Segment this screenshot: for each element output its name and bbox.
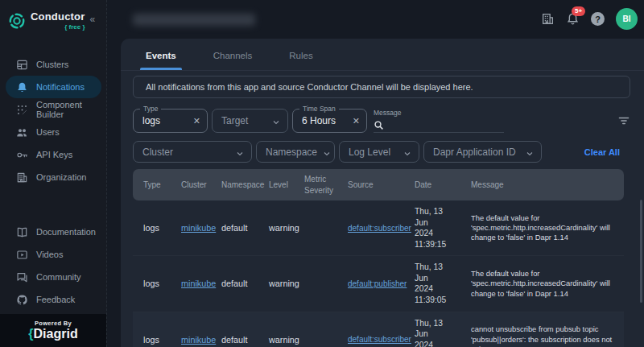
column-header-date: Date [404, 169, 460, 200]
book-icon [16, 226, 28, 238]
tab-channels[interactable]: Channels [208, 51, 258, 70]
cluster-link[interactable]: minikube [181, 335, 216, 345]
cluster-link[interactable]: minikube [181, 279, 216, 288]
cell-source: default:subscriber [337, 312, 404, 347]
type-filter-value: logs [142, 115, 188, 126]
scrollbar[interactable] [640, 200, 642, 303]
cell-namespace: default [211, 200, 258, 256]
cluster-select[interactable]: Cluster [133, 141, 252, 163]
sidebar-item-component-builder[interactable]: Component Builder [0, 98, 107, 121]
notifications-bell-button[interactable]: 5+ [566, 12, 580, 26]
cell-cluster: minikube [171, 312, 211, 347]
namespace-select[interactable]: Namespace [256, 141, 335, 163]
time-span-clear-icon[interactable]: ✕ [353, 116, 360, 126]
table-header-row: TypeClusterNamespaceLevelMetric Severity… [133, 169, 624, 200]
sidebar-item-label: Notifications [36, 82, 85, 92]
sidebar-item-organization[interactable]: Organization [0, 166, 107, 188]
table-row: logsminikubedefaultwarningdefault:publis… [133, 256, 624, 312]
column-header-type: Type [133, 169, 171, 200]
sidebar-item-label: Community [36, 272, 81, 282]
time-span-filter[interactable]: Time Span 6 Hours ✕ [292, 109, 367, 133]
video-icon [16, 249, 28, 261]
table-row: logsminikubedefaultwarningdefault:subscr… [133, 200, 624, 256]
sidebar-item-clusters[interactable]: Clusters [0, 53, 107, 76]
cluster-link[interactable]: minikube [181, 223, 216, 233]
sidebar-item-api-keys[interactable]: API Keys [0, 143, 107, 166]
cell-message: The default value for 'spec.metric.http.… [460, 256, 624, 312]
key-icon [16, 149, 28, 161]
cell-metric-severity [294, 312, 337, 347]
source-link[interactable]: default:subscriber [348, 224, 411, 233]
organization-icon[interactable] [541, 12, 555, 26]
cell-level: warning [258, 312, 294, 347]
component-builder-icon [16, 104, 28, 116]
type-clear-icon[interactable]: ✕ [193, 116, 200, 126]
clear-all-button[interactable]: Clear All [584, 147, 620, 157]
cell-source: default:publisher [337, 256, 404, 312]
sidebar-item-label: Documentation [36, 227, 96, 237]
cell-date: Thu, 13 Jun 2024 10:27:40 [404, 312, 460, 347]
target-filter[interactable]: Target [212, 109, 288, 133]
sidebar-item-label: Clusters [36, 60, 68, 69]
brand-tier-badge: { free } [31, 23, 85, 31]
cell-namespace: default [211, 312, 258, 347]
building-icon [16, 171, 28, 184]
sidebar-item-users[interactable]: Users [0, 121, 107, 143]
tab-events[interactable]: Events [140, 51, 182, 70]
info-banner-text: All notifications from this app and sour… [146, 82, 473, 92]
page-title-redacted [133, 14, 255, 26]
bell-icon [16, 81, 28, 93]
sidebar-item-notifications[interactable]: Notifications [0, 76, 107, 98]
cell-namespace: default [211, 256, 258, 312]
filter-funnel-icon[interactable] [617, 114, 630, 127]
sidebar-item-community[interactable]: Community [0, 266, 107, 288]
column-header-source: Source [337, 169, 404, 200]
tab-rules[interactable]: Rules [283, 51, 318, 70]
cell-level: warning [258, 256, 294, 312]
log-level-select[interactable]: Log Level [339, 141, 419, 163]
column-header-namespace: Namespace [211, 169, 258, 200]
column-header-message: Message [460, 169, 624, 200]
sidebar-item-videos[interactable]: Videos [0, 243, 107, 266]
cell-message: cannot unsubscribe from pubsub topic 'pu… [460, 312, 624, 347]
chevron-down-icon [525, 147, 535, 157]
type-filter[interactable]: Type logs ✕ [133, 109, 208, 133]
table-body: logsminikubedefaultwarningdefault:subscr… [133, 200, 624, 347]
brand-logo: Conductor { free } « [0, 0, 106, 31]
time-span-filter-value: 6 Hours [302, 115, 348, 126]
github-icon [16, 294, 28, 306]
sidebar-collapse-icon[interactable]: « [90, 14, 96, 25]
message-search-input[interactable] [389, 120, 485, 130]
sidebar-item-documentation[interactable]: Documentation [0, 221, 107, 243]
info-banner: All notifications from this app and sour… [133, 76, 630, 98]
chat-icon [16, 271, 28, 283]
sidebar-item-label: API Keys [36, 150, 72, 159]
chevron-down-icon [271, 116, 281, 126]
message-filter-label: Message [374, 109, 504, 117]
content-card: EventsChannelsRules All notifications fr… [121, 39, 644, 347]
conductor-logo-icon [8, 12, 26, 30]
user-avatar[interactable]: BI [616, 8, 638, 30]
users-icon [16, 126, 28, 138]
sidebar: Conductor { free } « ClustersNotificatio… [0, 0, 107, 347]
chevron-down-icon [322, 147, 332, 157]
help-icon[interactable]: ? [591, 12, 605, 26]
filter-row-primary: Type logs ✕ Target Time Span 6 Hours ✕ M… [133, 109, 630, 133]
message-filter: Message [374, 109, 504, 133]
top-header-icons: 5+ ? BI [541, 8, 638, 30]
sidebar-item-label: Organization [36, 172, 86, 182]
cell-cluster: minikube [171, 256, 211, 312]
sidebar-item-label: Users [36, 127, 60, 137]
dapr-application-id-select[interactable]: Dapr Application ID [423, 141, 542, 163]
sidebar-item-label: Videos [36, 250, 63, 259]
time-span-filter-label: Time Span [299, 105, 339, 113]
cell-type: logs [133, 256, 171, 312]
sidebar-item-feedback[interactable]: Feedback [0, 288, 107, 311]
brand-name: Conductor [31, 10, 85, 23]
target-filter-placeholder: Target [221, 115, 266, 126]
source-link[interactable]: default:subscriber [348, 335, 411, 344]
source-link[interactable]: default:publisher [348, 279, 407, 288]
sidebar-nav-primary: ClustersNotificationsComponent BuilderUs… [0, 53, 107, 188]
column-header-cluster: Cluster [171, 169, 211, 200]
sidebar-nav-secondary: DocumentationVideosCommunityFeedback [0, 221, 107, 311]
